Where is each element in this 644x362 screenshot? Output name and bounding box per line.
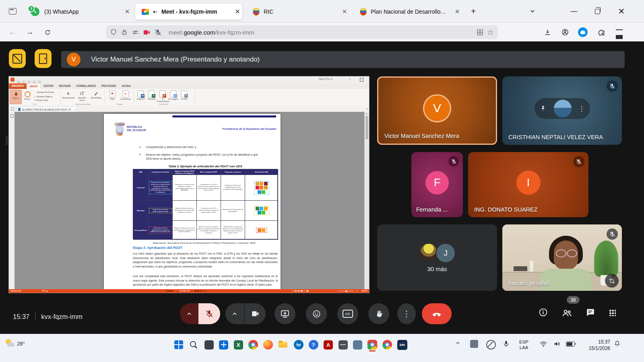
convert-word-button[interactable]: WA Word [135, 90, 146, 100]
layout-icons[interactable]: ▢ ▤ ▥ ▦ ▢ ▣ [292, 289, 309, 293]
account-button[interactable] [559, 26, 572, 39]
pin-icon[interactable] [539, 105, 547, 112]
store-icon[interactable] [219, 340, 228, 350]
hp-icon[interactable]: hp [294, 340, 303, 350]
more-options-button[interactable]: ⋮ [397, 303, 416, 324]
convert-excel-button[interactable]: XA Excel [146, 90, 157, 100]
reactions-button[interactable] [306, 303, 327, 324]
tile-fernanda[interactable]: F Fernanda ... [411, 152, 463, 217]
pages-rail[interactable]: Páginas [9, 112, 15, 289]
type-text-button[interactable]: ıT Escribir texto [76, 90, 89, 101]
excel-icon[interactable]: X [234, 340, 243, 350]
info-button[interactable] [538, 307, 548, 317]
tab-close-icon[interactable]: ✕ [340, 8, 349, 15]
reload-button[interactable] [41, 26, 54, 39]
forward-button[interactable]: → [23, 26, 36, 39]
dark-app-icon[interactable] [204, 340, 214, 350]
pdf-restore-icon[interactable] [360, 78, 363, 82]
tab-plan-nacional[interactable]: Plan Nacional de Desarrollo Ecu ✕ [353, 4, 462, 20]
tile-victor[interactable]: V Victor Manuel Sanchez Mera [377, 76, 497, 145]
tab-ric[interactable]: RIC ✕ [246, 4, 349, 20]
tray-app-icon[interactable] [470, 340, 478, 348]
mic-toggle-button[interactable] [198, 303, 220, 324]
zoom-tool-button[interactable]: Zoom [23, 90, 32, 100]
menu-proteger[interactable]: PROTEGER [99, 83, 119, 89]
tab-whatsapp[interactable]: 3 (3) WhatsApp ✕ [24, 4, 132, 20]
select-tool-button[interactable]: Seleccionar [62, 90, 75, 99]
fit-width-button[interactable]: ↔ Ajustar Anchura [34, 91, 54, 93]
activities-grid-button[interactable] [608, 309, 616, 317]
create-pdf-button[interactable]: ✶ PDF [107, 90, 118, 100]
menu-editar[interactable]: EDITAR [41, 83, 56, 89]
menu-formularios[interactable]: FORMULARIOS [73, 83, 98, 89]
mic-options-button[interactable] [180, 303, 198, 324]
camera-options-button[interactable] [225, 303, 245, 324]
tab-close-icon[interactable]: ✕ [452, 8, 462, 15]
menu-archivo[interactable]: ARCHIVO [9, 83, 27, 89]
adobe-icon[interactable]: A [324, 340, 333, 350]
tracking-shield-icon[interactable] [110, 29, 117, 36]
combine-button[interactable]: + Combinar [119, 90, 132, 100]
file-explorer-icon[interactable] [277, 339, 289, 350]
tray-expand-button[interactable] [455, 340, 461, 346]
legal-app-icon[interactable] [339, 340, 348, 350]
zoom-slider-thumb[interactable] [346, 290, 347, 292]
end-call-button[interactable] [422, 303, 452, 324]
door-panel-button[interactable] [35, 49, 52, 68]
menu-inicio[interactable]: INICIO [27, 83, 41, 89]
tab-muted-speaker-icon[interactable] [152, 9, 158, 15]
permissions-icon[interactable] [132, 29, 139, 36]
quicksign-button[interactable]: QuickSign [89, 90, 103, 99]
lock-icon[interactable] [121, 29, 128, 36]
collapse-icon[interactable]: ▴ [367, 107, 368, 110]
save-page-icon[interactable] [476, 29, 484, 36]
volume-icon[interactable] [553, 340, 561, 348]
restore-button[interactable] [588, 5, 606, 18]
blue-app-icon[interactable] [353, 340, 362, 350]
camera-toggle-button[interactable] [245, 303, 266, 324]
crop-badge[interactable] [605, 274, 619, 288]
get-help-icon[interactable]: ? [309, 340, 318, 350]
downloads-button[interactable] [541, 26, 554, 39]
tile-cristhian[interactable]: ⋮ CRISTHIAN NEPTALI VELEZ VERA [502, 76, 622, 145]
minimize-button[interactable]: — [565, 5, 583, 18]
convert-other-button[interactable]: ?A otro [179, 90, 190, 100]
mic-blocked-icon[interactable] [154, 29, 162, 36]
weather-widget[interactable]: 28° [5, 338, 25, 349]
start-button[interactable] [174, 340, 183, 349]
firefox-view-button[interactable] [6, 5, 19, 17]
raise-hand-button[interactable] [368, 303, 389, 324]
doc-tab-close-icon[interactable]: × [74, 108, 76, 111]
menu-revisar[interactable]: REVISAR [56, 83, 74, 89]
pdf-scrollbar[interactable]: ▲ [364, 112, 369, 289]
menu-ayuda[interactable]: AYUDA [119, 83, 134, 89]
url-bar[interactable]: meet.google.com/kvx-fqzm-imm ☆ [106, 25, 498, 39]
hand-tool-button[interactable]: Mano [10, 90, 22, 104]
document-tab[interactable]: 3a DIRECTRICES ALINEACION PDOT- P... × [16, 106, 78, 112]
tab-meet-active[interactable]: Meet - kvx-fqzm-imm ✕ [135, 4, 242, 20]
tile-lourdes-video[interactable]: lourdes penafiel [502, 224, 622, 291]
chrome-icon-2[interactable] [382, 340, 392, 350]
new-tab-button[interactable]: + [466, 5, 481, 18]
bookmark-star-icon[interactable]: ☆ [487, 28, 494, 37]
convert-powerpoint-button[interactable]: PA PowerPoint [157, 90, 168, 103]
annotation-disabled-button[interactable] [9, 49, 26, 68]
captions-button[interactable]: CC [337, 303, 358, 324]
url-text[interactable]: meet.google.com/kvx-fqzm-imm [169, 29, 476, 36]
tile-more-participants[interactable]: J 30 más [377, 224, 497, 291]
menu-hamburger-icon[interactable] [613, 26, 625, 39]
convert-image-button[interactable]: iA imagen [168, 90, 179, 100]
pdf-document-view[interactable]: REPÚBLICADEL ECUADOR Presidencia de la R… [14, 112, 365, 289]
firefox-icon[interactable] [263, 340, 273, 350]
panel-toggle-checkbox[interactable] [11, 107, 14, 111]
more-options-icon[interactable]: ⋮ [578, 104, 585, 113]
search-icon[interactable] [188, 339, 199, 350]
zoom-out-icon[interactable]: − [335, 289, 337, 293]
active-browser-icon[interactable] [367, 340, 377, 350]
status-filter-icons[interactable]: ✣ ▾ ▴ [42, 289, 47, 293]
extensions-puzzle-icon[interactable] [595, 26, 608, 39]
tab-close-icon[interactable]: ✕ [122, 8, 132, 15]
rotate-view-button[interactable]: C Rotar vista [34, 99, 48, 101]
wifi-icon[interactable] [539, 340, 547, 348]
clock-widget[interactable]: 15:37 15/1/2026 [580, 339, 610, 352]
